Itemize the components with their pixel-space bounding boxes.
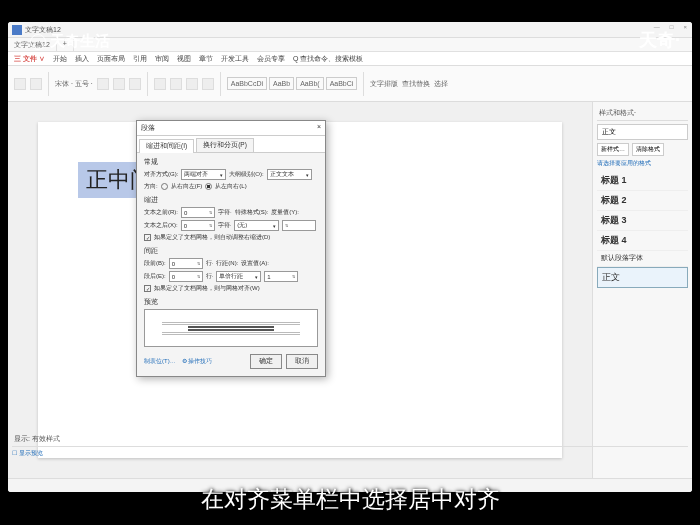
select-tool[interactable]: 选择 bbox=[434, 79, 448, 89]
outline-label: 大纲级别(O): bbox=[229, 170, 263, 179]
styles-panel: 样式和格式· 正文 新样式… 清除格式 请选择要应用的格式 标题 1 标题 2 … bbox=[592, 102, 692, 478]
paste-button[interactable] bbox=[14, 78, 26, 90]
style-item-h3[interactable]: 标题 3 bbox=[597, 211, 688, 231]
style-h3[interactable]: AaBbCi bbox=[326, 77, 358, 90]
style-item-h2[interactable]: 标题 2 bbox=[597, 191, 688, 211]
direction-label: 方向: bbox=[144, 182, 158, 191]
indent-before-spinner[interactable]: 0 bbox=[181, 207, 215, 218]
linespace-select[interactable]: 单倍行距 bbox=[216, 271, 261, 282]
ok-button[interactable]: 确定 bbox=[250, 354, 282, 369]
radio-rtl[interactable] bbox=[161, 183, 168, 190]
video-subtitle: 在对齐菜单栏中选择居中对齐 bbox=[0, 484, 700, 515]
show-preview-toggle[interactable]: ☐ 显示预览 bbox=[12, 449, 688, 458]
space-before-spinner[interactable]: 0 bbox=[169, 258, 203, 269]
menu-view[interactable]: 视图 bbox=[177, 54, 191, 63]
section-general: 常规 bbox=[144, 158, 318, 167]
titlebar: 文字文稿12 bbox=[8, 22, 692, 38]
align-center-button[interactable] bbox=[170, 78, 182, 90]
setval-spinner[interactable]: 1 bbox=[264, 271, 298, 282]
preview-box bbox=[144, 309, 318, 347]
menu-layout[interactable]: 页面布局 bbox=[97, 54, 125, 63]
document-canvas[interactable]: 正中间 段落 × 缩进和间距(I) 换行和分页(P) 常规 对齐方式(G): bbox=[8, 102, 592, 478]
menu-chapter[interactable]: 章节 bbox=[199, 54, 213, 63]
outline-select[interactable]: 正文文本 bbox=[267, 169, 312, 180]
cancel-button[interactable]: 取消 bbox=[286, 354, 318, 369]
find-replace[interactable]: 查找替换 bbox=[402, 79, 430, 89]
current-style[interactable]: 正文 bbox=[597, 124, 688, 140]
space-after-spinner[interactable]: 0 bbox=[169, 271, 203, 282]
bold-button[interactable] bbox=[97, 78, 109, 90]
ribbon-toolbar: 宋体 · 五号 · AaBbCcDi AaBb AaBb( AaBbCi 文字排… bbox=[8, 66, 692, 102]
tabstops-button[interactable]: 制表位(T)… bbox=[144, 357, 176, 366]
menu-ref[interactable]: 引用 bbox=[133, 54, 147, 63]
style-normal[interactable]: AaBbCcDi bbox=[227, 77, 267, 90]
cut-button[interactable] bbox=[30, 78, 42, 90]
app-window: — □ × 文字文稿12 文字文稿12 + 三 文件 ∨ 开始 插入 页面布局 … bbox=[8, 22, 692, 492]
align-right-button[interactable] bbox=[186, 78, 198, 90]
menu-insert[interactable]: 插入 bbox=[75, 54, 89, 63]
section-indent: 缩进 bbox=[144, 196, 318, 205]
tab-break[interactable]: 换行和分页(P) bbox=[196, 138, 254, 152]
style-item-h4[interactable]: 标题 4 bbox=[597, 231, 688, 251]
text-tools[interactable]: 文字排版 bbox=[370, 79, 398, 89]
font-selector[interactable]: 宋体 · 五号 · bbox=[55, 79, 93, 89]
style-gallery: AaBbCcDi AaBb AaBb( AaBbCi bbox=[227, 77, 358, 90]
menu-dev[interactable]: 开发工具 bbox=[221, 54, 249, 63]
panel-title: 样式和格式· bbox=[597, 106, 688, 121]
tips-button[interactable]: ⚙ 操作技巧 bbox=[182, 357, 213, 366]
ribbon-menu: 三 文件 ∨ 开始 插入 页面布局 引用 审阅 视图 章节 开发工具 会员专享 … bbox=[8, 52, 692, 66]
doc-tabs: 文字文稿12 + bbox=[8, 38, 692, 52]
special-select[interactable]: (无) bbox=[234, 220, 279, 231]
show-label: 显示: 有效样式 bbox=[12, 432, 688, 447]
metric-spinner[interactable] bbox=[282, 220, 316, 231]
style-item-h1[interactable]: 标题 1 bbox=[597, 171, 688, 191]
radio-ltr[interactable] bbox=[205, 183, 212, 190]
indent-after-spinner[interactable]: 0 bbox=[181, 220, 215, 231]
menu-file[interactable]: 三 文件 ∨ bbox=[14, 54, 45, 63]
paragraph-dialog: 段落 × 缩进和间距(I) 换行和分页(P) 常规 对齐方式(G): 两端对齐 … bbox=[136, 120, 326, 377]
doc-icon bbox=[12, 25, 22, 35]
style-item-default[interactable]: 默认段落字体 bbox=[597, 251, 688, 267]
menu-member[interactable]: 会员专享 bbox=[257, 54, 285, 63]
dialog-close-button[interactable]: × bbox=[317, 123, 321, 133]
style-item-body[interactable]: 正文 bbox=[597, 267, 688, 288]
chk-autoindent[interactable]: ✓ bbox=[144, 234, 151, 241]
underline-button[interactable] bbox=[129, 78, 141, 90]
dialog-title: 段落 bbox=[141, 123, 155, 133]
chk-grid[interactable]: ✓ bbox=[144, 285, 151, 292]
section-spacing: 间距 bbox=[144, 247, 318, 256]
search-box[interactable]: Q 查找命令、搜索模板 bbox=[293, 54, 363, 63]
close-icon[interactable]: × bbox=[678, 22, 692, 32]
menu-review[interactable]: 审阅 bbox=[155, 54, 169, 63]
watermark-right: 天奇· bbox=[639, 28, 680, 52]
align-label: 对齐方式(G): bbox=[144, 170, 178, 179]
style-h1[interactable]: AaBb bbox=[269, 77, 294, 90]
section-preview: 预览 bbox=[144, 298, 318, 307]
align-justify-button[interactable] bbox=[202, 78, 214, 90]
align-select[interactable]: 两端对齐 bbox=[181, 169, 226, 180]
new-style-button[interactable]: 新样式… bbox=[597, 143, 629, 156]
tab-indent[interactable]: 缩进和间距(I) bbox=[139, 139, 194, 153]
menu-home[interactable]: 开始 bbox=[53, 54, 67, 63]
italic-button[interactable] bbox=[113, 78, 125, 90]
panel-hint: 请选择要应用的格式 bbox=[597, 159, 688, 168]
clear-format-button[interactable]: 清除格式 bbox=[632, 143, 664, 156]
watermark-logo: 天奇生活 bbox=[30, 32, 110, 51]
style-h2[interactable]: AaBb( bbox=[296, 77, 323, 90]
align-left-button[interactable] bbox=[154, 78, 166, 90]
